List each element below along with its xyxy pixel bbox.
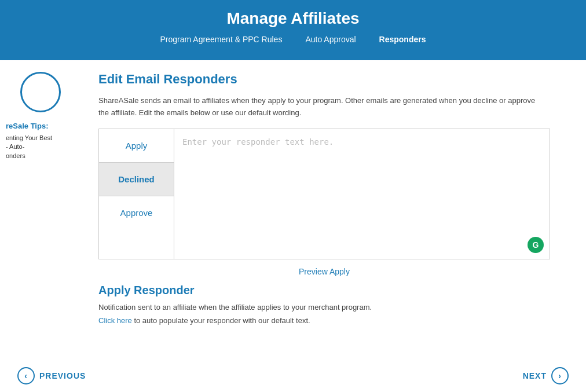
header: Manage Affiliates Program Agreement & PP… [0,0,586,60]
apply-responder-note: Click here to auto populate your respond… [98,316,469,325]
tab-approve[interactable]: Approve [99,196,174,229]
apply-responder-title: Apply Responder [98,284,569,297]
apply-responder-desc: Notification sent to an affiliate when t… [98,303,469,312]
grammarly-icon: G [528,237,544,253]
page-layout: reSale Tips: enting Your Best- Auto-onde… [0,60,586,350]
main-content: Edit Email Responders ShareASale sends a… [81,60,586,350]
next-circle-icon: › [551,367,569,384]
tab-declined[interactable]: Declined [99,163,174,196]
sidebar-circle-icon [20,72,61,112]
next-button[interactable]: NEXT › [523,367,569,384]
header-nav: Program Agreement & PPC Rules Auto Appro… [0,35,586,52]
edit-email-responders-desc: ShareASale sends an email to affiliates … [98,95,539,119]
edit-email-responders-title: Edit Email Responders [98,72,569,87]
apply-responder-section: Apply Responder Notification sent to an … [98,284,569,325]
sidebar-tips-title: reSale Tips: [6,122,75,130]
responder-tabs: Apply Declined Approve [99,129,174,259]
header-arrow-indicator [0,52,586,60]
sidebar-tips-text: enting Your Best- Auto-onders [6,134,75,160]
responder-textarea[interactable] [180,135,544,253]
responder-editor-container: Apply Declined Approve G [98,129,550,259]
nav-auto-approval[interactable]: Auto Approval [305,35,356,44]
previous-circle-icon: ‹ [17,367,35,384]
bottom-navigation: ‹ PREVIOUS NEXT › [0,356,586,392]
sidebar: reSale Tips: enting Your Best- Auto-onde… [0,60,81,350]
responder-text-area-wrapper: G [174,129,550,259]
page-title: Manage Affiliates [0,9,586,35]
tab-apply[interactable]: Apply [99,129,174,163]
nav-program-agreement[interactable]: Program Agreement & PPC Rules [160,35,283,44]
nav-responders[interactable]: Responders [379,35,426,44]
previous-button[interactable]: ‹ PREVIOUS [17,367,86,384]
preview-apply-link[interactable]: Preview Apply [299,267,350,276]
preview-link-container: Preview Apply [98,266,550,277]
click-here-link[interactable]: Click here [98,316,132,325]
